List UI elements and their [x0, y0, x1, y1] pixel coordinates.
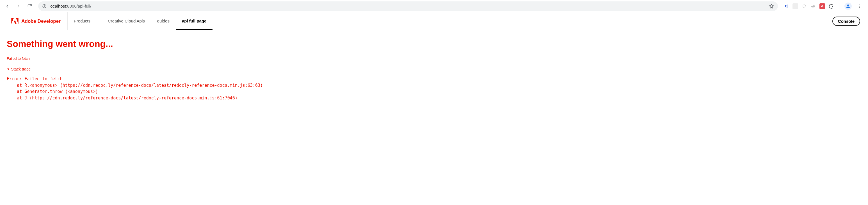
svg-marker-13 — [14, 20, 17, 24]
stack-trace-label: Stack trace — [11, 67, 31, 71]
adobe-logo-icon — [11, 18, 19, 25]
nav-creative-cloud-apis[interactable]: Creative Cloud Apis — [102, 12, 151, 30]
browser-menu-icon[interactable] — [855, 2, 864, 10]
svg-marker-12 — [16, 18, 18, 24]
nav-api-full-page[interactable]: api full page — [176, 12, 213, 30]
extension-a-icon[interactable]: A — [819, 3, 825, 9]
extension-circle-icon[interactable] — [802, 3, 807, 9]
svg-point-4 — [803, 4, 806, 7]
brand-link[interactable]: Adobe Developer — [3, 12, 67, 30]
svg-point-9 — [859, 6, 860, 6]
profile-avatar-icon[interactable] — [844, 2, 852, 10]
stack-trace-toggle[interactable]: ▼ Stack trace — [7, 67, 861, 71]
svg-point-8 — [859, 4, 860, 5]
svg-marker-3 — [770, 4, 774, 8]
triangle-down-icon: ▼ — [7, 67, 10, 71]
nav-products[interactable]: Products — [68, 12, 97, 30]
extension-cloud-icon[interactable] — [810, 3, 816, 9]
nav-list: Products — [68, 12, 97, 30]
bookmark-star-icon[interactable] — [769, 4, 774, 9]
brand-name: Adobe Developer — [21, 19, 61, 24]
svg-marker-11 — [11, 18, 14, 24]
browser-toolbar: localhost:8000/api-full/ tj A — [0, 0, 868, 12]
address-bar[interactable]: localhost:8000/api-full/ — [38, 1, 778, 11]
error-content: Something went wrong... Failed to fetch … — [0, 30, 868, 110]
back-button[interactable] — [2, 1, 12, 11]
nav-list-secondary: Creative Cloud Apis guides api full page — [102, 12, 213, 30]
console-button[interactable]: Console — [832, 17, 860, 26]
error-heading: Something went wrong... — [7, 39, 861, 49]
url-path: :8000/api-full/ — [66, 4, 91, 8]
svg-point-10 — [859, 7, 860, 7]
svg-point-7 — [847, 4, 849, 6]
extension-tj-icon[interactable]: tj — [783, 3, 789, 9]
extension-gray-icon[interactable] — [793, 3, 798, 9]
extension-icons: tj A — [781, 2, 866, 10]
toolbar-divider — [839, 3, 839, 9]
url-host: localhost — [50, 4, 66, 8]
site-header: Adobe Developer Products Creative Cloud … — [0, 12, 868, 30]
forward-button[interactable] — [13, 1, 24, 11]
reload-button[interactable] — [25, 1, 35, 11]
nav-guides[interactable]: guides — [151, 12, 176, 30]
error-message: Failed to fetch — [7, 56, 861, 61]
url-text: localhost:8000/api-full/ — [50, 4, 766, 8]
svg-point-6 — [813, 5, 815, 7]
stack-trace-text: Error: Failed to fetch at R.<anonymous> … — [7, 76, 861, 101]
site-info-icon[interactable] — [42, 4, 46, 8]
extensions-menu-icon[interactable] — [829, 3, 834, 9]
